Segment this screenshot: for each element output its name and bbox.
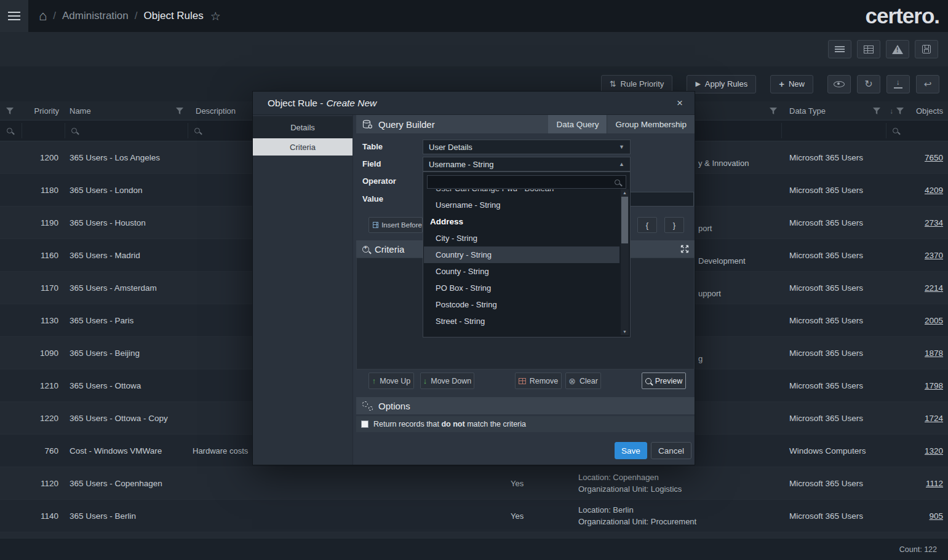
table-select[interactable]: User Details ▼ xyxy=(423,140,631,154)
row-objects-cell: 2005 xyxy=(883,304,943,336)
column-header-name[interactable]: Name xyxy=(70,101,91,120)
tab-criteria[interactable]: Criteria xyxy=(253,138,353,156)
name-filter-icon[interactable] xyxy=(176,101,183,120)
apply-rules-label: Apply Rules xyxy=(705,79,747,89)
warning-icon xyxy=(892,45,903,54)
dialog-title-text: Object Rule - xyxy=(268,98,323,109)
operator-label: Operator xyxy=(362,176,396,186)
row-objects-cell: 1724 xyxy=(883,402,943,434)
objects-header-label: Objects xyxy=(916,106,943,116)
scroll-down-icon[interactable]: ▼ xyxy=(621,329,629,334)
row-name: 365 Users - Houston xyxy=(65,207,191,239)
row-priority: 1170 xyxy=(22,272,58,304)
scrollbar-thumb[interactable] xyxy=(621,197,628,243)
move-down-button[interactable]: ↓ Move Down xyxy=(420,373,474,389)
dropdown-item[interactable]: Username - String xyxy=(424,197,619,213)
close-brace-button[interactable]: } xyxy=(664,217,684,233)
data-type-filter-icon[interactable] xyxy=(873,101,880,120)
view-toolbar xyxy=(0,32,948,66)
dropdown-item[interactable]: Street - String xyxy=(424,313,619,329)
sort-updown-icon: ⇅ xyxy=(610,79,616,89)
breadcrumb-section[interactable]: Administration xyxy=(62,10,129,22)
insert-before-label: Insert Before xyxy=(381,221,422,229)
row-objects-link[interactable]: 1724 xyxy=(925,414,943,423)
expand-filter-input[interactable] xyxy=(0,120,22,141)
close-icon[interactable]: × xyxy=(671,92,688,115)
apply-rules-button[interactable]: ▶ Apply Rules xyxy=(687,75,756,93)
toggle-visibility-button[interactable] xyxy=(827,75,851,93)
funnel-icon xyxy=(896,108,904,114)
objects-sort-filter-icon[interactable]: ↓ xyxy=(890,101,904,120)
alerts-button[interactable] xyxy=(886,40,909,58)
row-data-type: Microsoft 365 Users xyxy=(786,467,878,499)
name-filter-input[interactable] xyxy=(65,120,188,141)
favorite-star-icon[interactable]: ☆ xyxy=(210,9,221,23)
tab-details[interactable]: Details xyxy=(253,116,353,138)
table-row[interactable]: 1140 365 Users - Berlin Yes Location: Be… xyxy=(0,500,948,532)
dropdown-search-input[interactable] xyxy=(427,175,626,189)
tab-data-query[interactable]: Data Query xyxy=(548,115,607,133)
column-header-objects[interactable]: Objects xyxy=(916,101,943,120)
dropdown-item[interactable]: Postcode - String xyxy=(424,296,619,313)
dropdown-item[interactable]: PO Box - String xyxy=(424,280,619,296)
row-objects-cell: 1798 xyxy=(883,369,943,401)
row-expand-cell xyxy=(0,239,22,271)
column-header-data-type[interactable]: Data Type xyxy=(789,101,826,120)
row-name: Cost - Windows VMWare xyxy=(65,435,191,467)
negate-criteria-checkbox[interactable] xyxy=(361,420,368,428)
row-objects-link[interactable]: 1798 xyxy=(925,381,943,390)
dropdown-item[interactable]: Country - String xyxy=(424,246,619,263)
gear-icon xyxy=(362,401,373,411)
move-up-button[interactable]: ↑ Move Up xyxy=(368,373,414,389)
insert-before-button[interactable]: Insert Before xyxy=(368,217,423,233)
open-brace-button[interactable]: { xyxy=(637,217,657,233)
preview-button[interactable]: Preview xyxy=(642,373,686,389)
field-select[interactable]: Username - String ▲ xyxy=(423,157,631,172)
tab-group-membership[interactable]: Group Membership xyxy=(607,115,695,133)
scroll-up-icon[interactable]: ▲ xyxy=(621,191,629,195)
row-objects-link[interactable]: 7650 xyxy=(925,153,943,162)
new-button[interactable]: + New xyxy=(770,75,813,93)
row-name: 365 Users - Paris xyxy=(65,304,191,336)
cancel-button[interactable]: Cancel xyxy=(651,442,691,459)
maximize-icon[interactable] xyxy=(680,244,690,256)
row-objects-link[interactable]: 1112 xyxy=(926,479,943,488)
undo-button[interactable]: ↩ xyxy=(916,75,939,93)
column-header-priority[interactable]: Priority xyxy=(22,101,59,120)
row-priority: 1120 xyxy=(22,467,58,499)
save-view-button[interactable] xyxy=(915,40,938,58)
row-objects-link[interactable]: 2005 xyxy=(925,316,943,325)
criteria-filter-icon[interactable] xyxy=(770,101,777,120)
name-header-label: Name xyxy=(70,106,91,116)
grid-view-button[interactable] xyxy=(857,40,880,58)
home-icon[interactable]: ⌂ xyxy=(39,9,47,23)
row-data-type: Microsoft 365 Users xyxy=(786,174,878,206)
row-objects-link[interactable]: 1320 xyxy=(925,446,943,455)
clear-button[interactable]: ⊗ Clear xyxy=(565,373,601,389)
list-view-button[interactable] xyxy=(828,40,851,58)
column-header-description[interactable]: Description xyxy=(196,101,236,120)
dropdown-item-clipped[interactable]: User Can Change Pwd - Boolean xyxy=(424,189,619,197)
export-button[interactable] xyxy=(886,75,910,93)
dropdown-item[interactable]: County - String xyxy=(424,263,619,280)
row-objects-link[interactable]: 905 xyxy=(929,511,943,521)
remove-button[interactable]: Remove xyxy=(515,373,562,389)
save-button[interactable]: Save xyxy=(615,442,647,459)
preview-search-icon xyxy=(645,378,651,384)
refresh-button[interactable]: ↻ xyxy=(857,75,880,93)
dropdown-scrollbar[interactable]: ▲ ▼ xyxy=(621,189,629,335)
row-objects-link[interactable]: 2734 xyxy=(925,218,943,227)
row-objects-link[interactable]: 2214 xyxy=(925,283,943,293)
menu-icon[interactable] xyxy=(0,0,28,32)
table-row[interactable]: 1120 365 Users - Copenhagen Yes Location… xyxy=(0,467,948,500)
rule-priority-button[interactable]: ⇅ Rule Priority xyxy=(601,75,673,93)
objects-filter-input[interactable] xyxy=(886,120,948,141)
row-objects-link[interactable]: 1878 xyxy=(925,349,943,358)
row-objects-link[interactable]: 4209 xyxy=(925,186,943,195)
filter-icon[interactable] xyxy=(6,101,14,120)
row-objects-link[interactable]: 2370 xyxy=(925,251,943,260)
row-name: 365 Users - Amsterdam xyxy=(65,272,191,304)
dropdown-item[interactable]: City - String xyxy=(424,230,619,246)
row-data-type: Microsoft 365 Users xyxy=(786,369,878,401)
row-priority: 1220 xyxy=(22,402,58,434)
